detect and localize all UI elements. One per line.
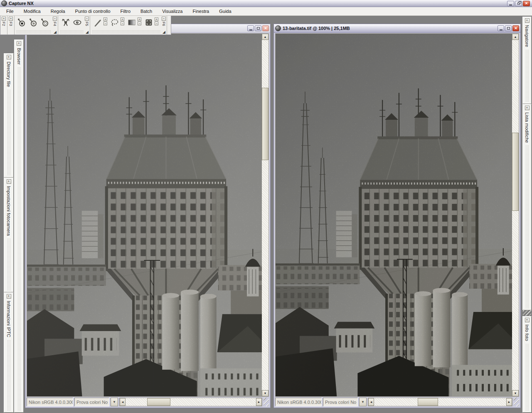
tool-size-decrease[interactable]: − (103, 22, 107, 25)
scrollbar-thumb[interactable] (262, 88, 268, 160)
menu-item-filtro[interactable]: Filtro (116, 7, 135, 15)
soft-proof-dropdown-button[interactable]: ▼ (359, 398, 367, 406)
toolbar-drag-handle[interactable] (60, 30, 83, 33)
scrollbar-track[interactable] (512, 40, 519, 390)
scrollbar-track[interactable] (126, 398, 256, 406)
app-titlebar[interactable]: Capture NX ✕ (0, 0, 532, 7)
menu-item-regola[interactable]: Regola (46, 7, 70, 15)
tool-size-decrease[interactable]: − (121, 22, 124, 25)
toolbar-resize-icon[interactable]: ◢ (86, 30, 89, 34)
toolbar-resize-icon[interactable]: ◢ (163, 30, 165, 34)
tool-size-increase[interactable]: + (138, 17, 141, 21)
scrollbar-thumb[interactable] (418, 398, 438, 406)
toolbar-group-label: F5 (85, 22, 89, 26)
red-eye-control-point-icon[interactable] (71, 17, 83, 28)
vertical-scrollbar[interactable]: ▲ ▼ (512, 33, 519, 397)
menu-item-file[interactable]: File (1, 7, 19, 15)
neutral-control-point-icon[interactable] (28, 17, 39, 28)
collapse-icon[interactable]: − (85, 17, 89, 21)
photo-cityscape[interactable] (27, 34, 262, 396)
toolbar-resize-icon[interactable]: ◢ (54, 30, 57, 34)
toolbar-drag-handle[interactable] (16, 30, 51, 33)
restore-button[interactable] (515, 1, 522, 6)
expand-icon[interactable]: + (17, 41, 21, 46)
tool-size-increase[interactable]: + (103, 17, 107, 21)
scroll-up-icon[interactable]: ▲ (512, 34, 519, 40)
black-control-point-icon[interactable] (16, 17, 27, 28)
vertical-scrollbar[interactable]: ▲ ▼ (262, 33, 269, 397)
minimize-button[interactable] (247, 25, 254, 31)
soft-proof-field: Prova colori No (74, 398, 109, 406)
window-resize-grip[interactable] (264, 398, 269, 406)
tool-size-increase[interactable]: + (121, 17, 124, 21)
menu-item-batch[interactable]: Batch (135, 7, 157, 15)
scroll-down-icon[interactable]: ▼ (262, 390, 268, 396)
expand-icon[interactable]: + (525, 106, 530, 110)
close-button[interactable]: ✕ (512, 25, 519, 31)
image-window-titlebar[interactable]: 13-baritata.tif @ 100% | 25,1MB ✕ (274, 24, 520, 33)
collapse-icon[interactable]: − (53, 17, 57, 21)
color-profile-field: Nikon sRGB 4.0.0.3001 (275, 398, 322, 406)
toolbar-drag-handle[interactable] (92, 30, 160, 33)
photo-canvas[interactable] (275, 33, 512, 397)
scrollbar-track[interactable] (374, 398, 506, 406)
scroll-right-icon[interactable]: ► (506, 398, 512, 406)
scrollbar-thumb[interactable] (147, 398, 170, 406)
scrollbar-thumb[interactable] (512, 133, 519, 211)
tool-size-increase[interactable]: + (155, 17, 158, 21)
horizontal-scrollbar[interactable]: ◄ ► (368, 398, 512, 406)
tool-size-decrease[interactable]: − (155, 22, 158, 25)
scrollbar-track[interactable] (262, 40, 268, 390)
dock-tab-info-foto[interactable]: + Info foto (522, 316, 532, 413)
close-button[interactable]: ✕ (262, 25, 269, 31)
selection-brush-icon[interactable] (92, 17, 103, 28)
dock-tab-informazioni-iptc[interactable]: + Informazioni IPTC (4, 292, 14, 413)
scroll-left-icon[interactable]: ◄ (368, 398, 374, 406)
photo-canvas[interactable] (27, 33, 262, 397)
dock-resize-grip[interactable] (523, 310, 531, 316)
chevron-down-icon: ▼ (113, 400, 116, 404)
menu-item-punto-di-controllo[interactable]: Punto di controllo (70, 7, 116, 15)
menu-item-modifica[interactable]: Modifica (19, 7, 46, 15)
chevron-down-icon: ▼ (361, 400, 365, 404)
dock-tab-lista-modifiche[interactable]: + Lista modifiche (522, 104, 532, 310)
dock-tab-directory-file[interactable]: + Directory file (4, 53, 14, 178)
minimize-button[interactable] (507, 1, 514, 6)
expand-icon[interactable]: + (7, 179, 11, 184)
expand-icon[interactable]: + (525, 18, 530, 23)
expand-icon[interactable]: + (525, 318, 530, 322)
soft-proof-dropdown-button[interactable]: ▼ (111, 398, 118, 406)
dock-tab-label: Info foto (525, 324, 530, 341)
scroll-up-icon[interactable]: ▲ (262, 34, 268, 40)
dock-tab-browser[interactable]: + Browser (14, 40, 24, 413)
selection-gradient-icon[interactable] (126, 17, 137, 28)
close-button[interactable]: ✕ (523, 1, 530, 6)
expand-icon[interactable]: + (7, 55, 11, 59)
minimize-button[interactable] (498, 25, 504, 31)
dock-tab-impostazioni-fotocamera[interactable]: + Impostazioni fotocamera (4, 178, 14, 292)
maximize-button[interactable] (255, 25, 261, 31)
horizontal-scrollbar[interactable]: ◄ ► (119, 398, 262, 406)
menu-item-visualizza[interactable]: Visualizza (157, 7, 187, 15)
expand-icon[interactable]: + (7, 294, 11, 299)
selection-lasso-icon[interactable] (109, 17, 120, 28)
menu-item-guida[interactable]: Guida (214, 7, 236, 15)
dock-tab-navigatore[interactable]: + Navigatore (522, 17, 532, 104)
toolbar-tab-f3[interactable]: + F3 (7, 16, 15, 35)
expand-icon[interactable]: + (2, 17, 6, 21)
maximize-button[interactable] (505, 25, 512, 31)
expand-icon[interactable]: + (9, 17, 13, 21)
window-resize-grip[interactable] (514, 398, 519, 406)
photo-cityscape[interactable] (276, 34, 512, 396)
white-control-point-icon[interactable] (39, 17, 51, 28)
scroll-left-icon[interactable]: ◄ (120, 398, 126, 406)
scroll-down-icon[interactable]: ▼ (512, 390, 519, 396)
selection-fill-icon[interactable] (143, 17, 154, 28)
tool-size-decrease[interactable]: − (138, 22, 141, 25)
menu-item-finestra[interactable]: Finestra (187, 7, 214, 15)
close-icon: ✕ (514, 27, 517, 30)
color-control-point-icon[interactable] (60, 17, 71, 28)
collapse-icon[interactable]: − (162, 17, 166, 21)
scroll-right-icon[interactable]: ► (256, 398, 262, 406)
toolbar-tab-f2[interactable]: + F2 (0, 16, 7, 35)
